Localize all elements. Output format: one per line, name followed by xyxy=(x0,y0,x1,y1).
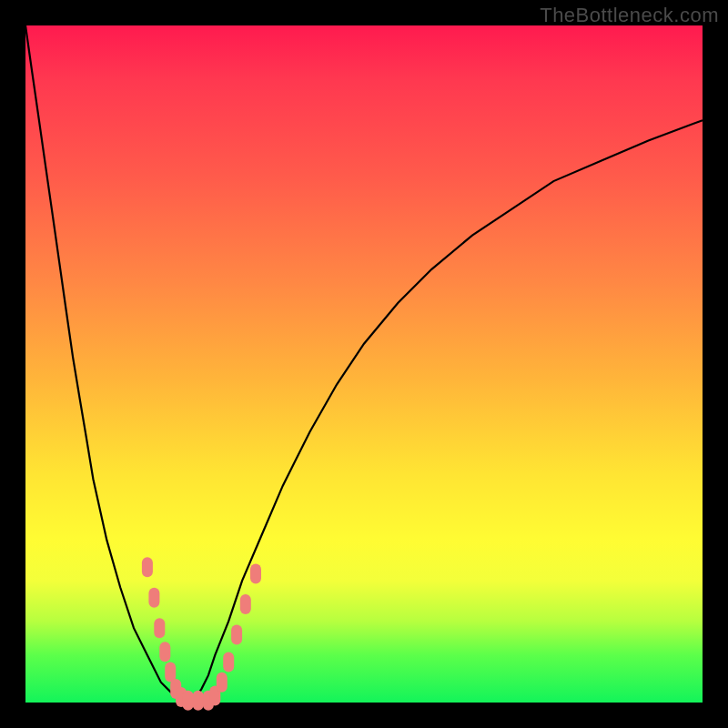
data-marker xyxy=(183,691,194,711)
data-marker xyxy=(250,564,261,584)
left-curve xyxy=(25,25,188,703)
data-marker xyxy=(142,557,153,577)
data-marker xyxy=(154,618,165,638)
plot-area xyxy=(25,25,703,703)
watermark-text: TheBottleneck.com xyxy=(540,4,719,27)
data-marker xyxy=(231,625,242,645)
data-marker xyxy=(165,662,176,682)
data-marker xyxy=(240,594,251,614)
data-marker xyxy=(148,588,159,608)
data-marker xyxy=(223,652,234,672)
data-marker xyxy=(193,691,204,711)
chart-svg xyxy=(25,25,703,703)
data-marker xyxy=(159,642,170,662)
data-marker xyxy=(217,672,228,693)
right-curve xyxy=(188,120,703,703)
chart-frame: TheBottleneck.com xyxy=(0,0,728,728)
